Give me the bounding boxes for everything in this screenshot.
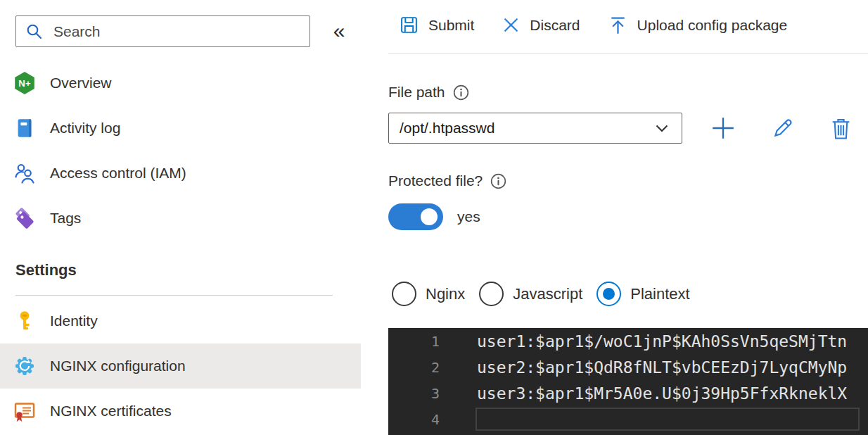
nginx-configuration-panel: Submit Discard Upload config package Fil… xyxy=(388,0,868,435)
line-content[interactable]: user1:$apr1$/woC1jnP$KAh0SsVn5qeSMjTtn xyxy=(477,332,847,351)
code-editor[interactable]: 1 user1:$apr1$/woC1jnP$KAh0SsVn5qeSMjTtn… xyxy=(388,328,868,435)
syntax-radio-group: Nginx Javascript Plaintext xyxy=(392,282,690,306)
nginx-plus-icon: N+ xyxy=(13,71,37,95)
submit-button[interactable]: Submit xyxy=(400,15,474,34)
sidebar-item-tags[interactable]: Tags xyxy=(0,196,361,241)
file-path-label: File path xyxy=(388,84,445,101)
gear-icon xyxy=(13,354,37,378)
radio-javascript[interactable]: Javascript xyxy=(479,282,582,306)
toggle-knob xyxy=(421,208,438,225)
file-path-row: /opt/.htpasswd xyxy=(388,113,852,144)
sidebar-item-label: Access control (IAM) xyxy=(50,165,186,182)
delete-file-button[interactable] xyxy=(830,117,852,140)
protected-file-label-row: Protected file? xyxy=(388,172,506,189)
info-icon[interactable] xyxy=(453,84,469,101)
editor-line: 2 user2:$apr1$QdR8fNLT$vbCEEzDj7LyqCMyNp xyxy=(388,354,868,380)
radio-circle-selected-icon xyxy=(596,282,621,306)
command-bar: Submit Discard Upload config package xyxy=(400,15,787,34)
upload-label: Upload config package xyxy=(637,17,788,34)
discard-button[interactable]: Discard xyxy=(502,16,580,34)
radio-label: Nginx xyxy=(426,285,465,303)
chevron-down-icon xyxy=(653,120,670,137)
radio-label: Javascript xyxy=(513,285,582,303)
current-line-highlight xyxy=(476,408,860,431)
sidebar-item-label: Overview xyxy=(50,75,112,92)
radio-circle-icon xyxy=(392,282,416,306)
save-icon xyxy=(400,15,419,34)
sidebar-search-row xyxy=(15,15,310,47)
sidebar: « N+ Overview Activity log xyxy=(0,0,361,435)
file-path-label-row: File path xyxy=(388,84,469,101)
submit-label: Submit xyxy=(428,17,474,34)
file-path-value: /opt/.htpasswd xyxy=(400,120,494,137)
sidebar-item-label: NGINX certificates xyxy=(50,403,172,420)
protected-file-toggle[interactable] xyxy=(388,203,443,230)
svg-text:N+: N+ xyxy=(18,78,31,89)
collapse-sidebar-button[interactable]: « xyxy=(326,17,352,45)
sidebar-item-nginx-configuration[interactable]: NGINX configuration xyxy=(0,343,361,389)
search-box[interactable] xyxy=(15,15,310,47)
info-icon[interactable] xyxy=(490,173,506,189)
file-path-combobox[interactable]: /opt/.htpasswd xyxy=(388,113,682,144)
upload-config-package-button[interactable]: Upload config package xyxy=(608,15,788,34)
dismiss-icon xyxy=(502,16,520,34)
line-number: 2 xyxy=(388,359,440,376)
certificate-icon xyxy=(13,399,37,423)
activity-log-icon xyxy=(13,116,37,140)
line-number: 4 xyxy=(388,411,440,428)
line-number: 3 xyxy=(388,385,440,402)
file-actions xyxy=(710,115,852,141)
toggle-state-label: yes xyxy=(457,208,480,225)
radio-circle-icon xyxy=(479,282,504,306)
radio-plaintext[interactable]: Plaintext xyxy=(596,282,689,306)
tags-icon xyxy=(13,206,37,230)
upload-icon xyxy=(608,15,627,34)
sidebar-item-activity-log[interactable]: Activity log xyxy=(0,106,361,151)
toolbar-divider xyxy=(388,53,868,54)
line-number: 1 xyxy=(388,333,440,350)
sidebar-divider xyxy=(15,295,333,296)
sidebar-item-identity[interactable]: Identity xyxy=(0,298,361,343)
add-file-button[interactable] xyxy=(710,115,736,141)
sidebar-item-label: NGINX configuration xyxy=(50,358,186,374)
line-content[interactable]: user2:$apr1$QdR8fNLT$vbCEEzDj7LyqCMyNp xyxy=(477,358,847,377)
editor-line: 3 user3:$apr1$Mr5A0e.U$0j39Hp5FfxRkneklX xyxy=(388,380,868,406)
radio-label: Plaintext xyxy=(630,285,689,303)
sidebar-item-overview[interactable]: N+ Overview xyxy=(0,61,361,106)
sidebar-item-access-control[interactable]: Access control (IAM) xyxy=(0,151,361,196)
protected-file-toggle-row: yes xyxy=(388,203,480,230)
sidebar-item-label: Activity log xyxy=(50,120,120,137)
edit-file-button[interactable] xyxy=(771,116,795,140)
editor-line: 1 user1:$apr1$/woC1jnP$KAh0SsVn5qeSMjTtn xyxy=(388,328,868,354)
sidebar-item-label: Tags xyxy=(50,210,81,227)
sidebar-item-nginx-certificates[interactable]: NGINX certificates xyxy=(0,389,361,434)
protected-file-label: Protected file? xyxy=(388,172,483,189)
line-content[interactable]: user3:$apr1$Mr5A0e.U$0j39Hp5FfxRkneklX xyxy=(477,384,847,403)
radio-nginx[interactable]: Nginx xyxy=(392,282,465,306)
access-control-icon xyxy=(13,161,37,185)
key-icon xyxy=(13,309,37,333)
sidebar-item-label: Identity xyxy=(50,313,98,329)
discard-label: Discard xyxy=(530,17,580,34)
search-icon xyxy=(25,23,43,40)
sidebar-section-settings: Settings xyxy=(15,261,77,279)
search-input[interactable] xyxy=(52,23,302,41)
